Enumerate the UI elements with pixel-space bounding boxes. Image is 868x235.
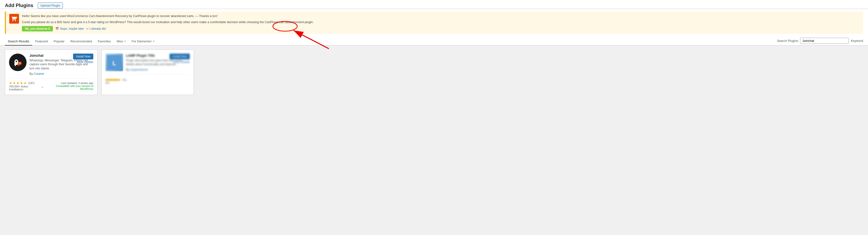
tab-favorites[interactable]: Favorites [95,37,114,45]
search-area: Search Plugins Keyword [777,36,863,45]
author-link-second: ompenhancer [130,68,148,71]
plugin-avatar-joinchat [9,54,27,71]
joinchat-logo [12,57,24,68]
tab-popular[interactable]: Popular [51,37,67,45]
plugin-actions-joinchat: Install Now More Details [73,54,93,64]
second-plugin-logo: L [107,55,122,70]
notice-bar: Hello! Seems like you have used WooComme… [5,11,863,34]
author-link-joinchat[interactable]: Creame [34,72,44,75]
plugin-footer-second: 50+ 50+ [105,74,190,84]
notice-text: Hello! Seems like you have used WooComme… [22,14,860,31]
notice-icon [9,14,19,24]
search-input[interactable] [800,38,849,44]
rating-stars-joinchat: ★ ★ ★ ★ ★ (187) [9,81,41,85]
upload-plugin-button[interactable]: Upload Plugin [38,2,63,8]
more-details-joinchat-link[interactable]: More Details [77,60,93,64]
svg-point-9 [20,63,20,63]
page-title: Add Plugins [5,2,33,9]
tabs-bar: Search Results Featured Popular Recommen… [0,36,868,45]
plugin-actions-second: Install Now More Details [169,54,190,64]
tab-for-elementor[interactable]: For Elementor ↗ [129,37,157,45]
search-plugins-label: Search Plugins [777,39,798,43]
already-did-link[interactable]: ↩ I already did [86,27,105,31]
compatible-joinchat: ✓ Compatible with your version of WordPr… [41,85,93,90]
svg-point-10 [20,63,21,63]
plugin-card-joinchat: Joinchat WhatsApp, Messenger, Telegram, … [5,49,97,95]
installs-joinchat: 700,000+ Active Installations [9,85,41,91]
plugins-grid: Joinchat WhatsApp, Messenger, Telegram, … [5,49,863,95]
plugin-avatar-second: L [105,54,123,71]
svg-point-8 [19,63,20,63]
main-content: Joinchat WhatsApp, Messenger, Telegram, … [0,45,868,99]
keyword-label: Keyword [851,39,863,43]
ok-deserve-button[interactable]: Ok, you deserve it [22,26,53,31]
cart-icon [11,16,17,22]
tab-search-results[interactable]: Search Results [5,37,32,45]
refresh-icon: ↩ [86,27,89,31]
svg-text:L: L [113,60,116,66]
last-updated-joinchat: Last Updated: 3 weeks ago [41,81,93,85]
tab-woo[interactable]: Woo ↗ [114,37,129,45]
rating-count-joinchat: (187) [28,81,35,85]
install-joinchat-button[interactable]: Install Now [73,54,93,59]
svg-point-2 [16,61,17,62]
external-link-icon: ↗ [124,40,126,43]
tab-recommended[interactable]: Recommended [67,37,95,45]
external-link-icon-2: ↗ [153,40,154,43]
calendar-icon: 📅 [55,27,59,31]
plugin-author-joinchat: By Creame [29,72,93,75]
nope-later-link[interactable]: 📅 Nope, maybe later [55,27,84,31]
plugin-card-second: L LAMP Plugin Title Plugin description t… [101,49,194,95]
more-details-second-link[interactable]: More Details [174,60,190,64]
plugin-author-second: By ompenhancer [126,68,190,71]
plugin-footer-joinchat: ★ ★ ★ ★ ★ (187) 700,000+ Active Installa… [9,78,93,91]
checkmark-icon: ✓ [41,86,43,89]
tab-featured[interactable]: Featured [32,37,51,45]
svg-rect-3 [14,63,18,65]
rating-bar-second: 50+ [105,78,127,81]
installs-second: 50+ [105,81,127,84]
install-second-button[interactable]: Install Now [169,54,190,59]
